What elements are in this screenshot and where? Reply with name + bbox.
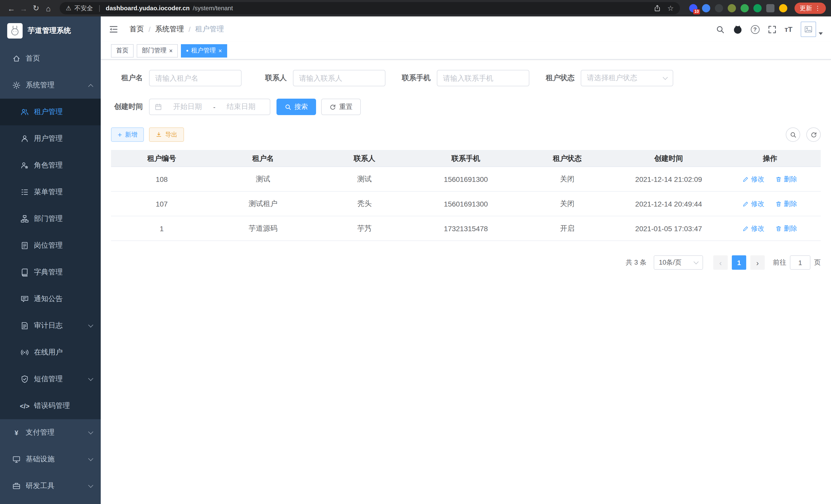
tab-department-management[interactable]: 部门管理 × <box>137 44 178 57</box>
fullscreen-icon[interactable] <box>768 25 776 34</box>
user-menu[interactable] <box>801 22 823 37</box>
close-icon[interactable]: × <box>169 48 173 54</box>
browser-home-icon[interactable]: ⌂ <box>42 4 55 12</box>
sidebar-item-label: 系统管理 <box>26 81 55 90</box>
screen: ← → ↻ ⌂ ⚠ 不安全 dashboard.yudao.iocoder.cn… <box>0 0 831 504</box>
select-placeholder: 请选择租户状态 <box>587 73 637 83</box>
address-bar[interactable]: ⚠ 不安全 dashboard.yudao.iocoder.cn /system… <box>60 2 680 14</box>
sidebar-item-post-management[interactable]: 岗位管理 <box>0 232 101 259</box>
tab-label: 首页 <box>116 46 128 55</box>
sidebar-item-sms-management[interactable]: 短信管理 <box>0 366 101 392</box>
url-domain: dashboard.yudao.iocoder.cn <box>106 5 190 12</box>
browser-update-button[interactable]: 更新 ⋮ <box>795 3 826 14</box>
add-button[interactable]: + 新增 <box>111 127 144 142</box>
sidebar-item-label: 菜单管理 <box>34 187 63 197</box>
sidebar-item-payment-management[interactable]: ¥ 支付管理 <box>0 419 101 446</box>
menu-list-icon <box>21 188 29 196</box>
refresh-button[interactable] <box>806 127 821 142</box>
sidebar-item-tenant-management[interactable]: 租户管理 <box>0 99 101 125</box>
chevron-down-icon <box>88 322 93 328</box>
prev-page-button[interactable]: ‹ <box>713 255 728 270</box>
cell-contact: 测试 <box>314 167 415 191</box>
start-date-placeholder: 开始日期 <box>164 102 211 112</box>
delete-link[interactable]: 删除 <box>776 174 797 184</box>
book-icon <box>21 268 29 276</box>
share-icon[interactable] <box>654 5 661 12</box>
close-icon[interactable]: × <box>219 48 222 54</box>
delete-link[interactable]: 删除 <box>776 224 797 233</box>
col-tenant-name: 租户名 <box>212 150 314 167</box>
puzzle-extension-icon[interactable] <box>766 4 774 12</box>
extension-icon-6[interactable] <box>753 4 762 12</box>
breadcrumb-home[interactable]: 首页 <box>130 25 144 34</box>
sidebar-item-dev-tools[interactable]: 研发工具 <box>0 473 101 499</box>
goto-page-input[interactable] <box>790 255 810 270</box>
sidebar-item-system-management[interactable]: 系统管理 <box>0 72 101 99</box>
forward-icon[interactable]: → <box>18 4 30 12</box>
edit-link[interactable]: 修改 <box>743 174 765 184</box>
edit-link[interactable]: 修改 <box>743 224 765 233</box>
github-icon[interactable] <box>733 24 742 34</box>
extension-icon-4[interactable] <box>728 4 736 12</box>
sidebar-item-role-management[interactable]: 角色管理 <box>0 152 101 179</box>
sidebar-item-department-management[interactable]: 部门管理 <box>0 206 101 232</box>
sidebar-item-dict-management[interactable]: 字典管理 <box>0 259 101 286</box>
extension-icon-5[interactable] <box>741 4 749 12</box>
gear-icon <box>12 81 21 89</box>
tab-home[interactable]: 首页 <box>111 44 134 57</box>
search-button[interactable]: 搜索 <box>277 99 316 115</box>
bookmark-star-icon[interactable]: ☆ <box>667 4 674 12</box>
next-page-button[interactable]: › <box>750 255 765 270</box>
plus-icon: + <box>118 131 122 138</box>
col-actions: 操作 <box>719 150 821 167</box>
phone-input[interactable] <box>437 70 529 86</box>
field-label: 创建时间 <box>111 102 143 112</box>
sidebar-item-error-code-management[interactable]: </> 错误码管理 <box>0 392 101 419</box>
sidebar-item-menu-management[interactable]: 菜单管理 <box>0 179 101 206</box>
extension-icon-2[interactable] <box>702 4 710 12</box>
sidebar-item-label: 基础设施 <box>26 455 55 464</box>
breadcrumb-separator: / <box>189 25 191 33</box>
font-size-icon[interactable]: тT <box>784 25 793 33</box>
cell-contact: 秃头 <box>314 191 415 216</box>
filter-create-time: 创建时间 开始日期 - 结束日期 <box>111 99 270 115</box>
status-select[interactable]: 请选择租户状态 <box>581 70 673 86</box>
security-label[interactable]: 不安全 <box>75 4 93 12</box>
document-icon <box>21 322 29 330</box>
back-icon[interactable]: ← <box>5 4 18 12</box>
button-label: 搜索 <box>294 102 308 112</box>
sidebar-item-infrastructure[interactable]: 基础设施 <box>0 446 101 473</box>
extension-icon-3[interactable] <box>715 4 723 12</box>
app-logo[interactable]: 芋道管理系统 <box>0 17 101 45</box>
reset-button[interactable]: 重置 <box>321 99 361 115</box>
tenant-name-input[interactable] <box>149 70 241 86</box>
cell-phone: 15601691300 <box>415 167 517 191</box>
reload-icon[interactable]: ↻ <box>30 4 42 13</box>
extension-icon-8[interactable] <box>779 4 787 12</box>
chevron-down-icon <box>88 429 93 435</box>
extension-icon-1[interactable]: 10 <box>689 4 697 12</box>
sidebar-item-audit-log[interactable]: 审计日志 <box>0 313 101 339</box>
cell-tenant-id: 108 <box>111 167 212 191</box>
sidebar-item-online-users[interactable]: 在线用户 <box>0 339 101 366</box>
page-1-button[interactable]: 1 <box>732 255 746 270</box>
breadcrumb-system[interactable]: 系统管理 <box>155 25 184 34</box>
chevron-down-icon <box>88 483 93 488</box>
contact-input[interactable] <box>293 70 385 86</box>
search-icon[interactable] <box>716 25 724 34</box>
code-icon: </> <box>21 402 29 410</box>
sidebar-item-home[interactable]: 首页 <box>0 45 101 72</box>
page-size-select[interactable]: 10条/页 <box>654 255 703 270</box>
cell-created: 2021-12-14 21:02:09 <box>618 167 719 191</box>
tab-tenant-management[interactable]: ● 租户管理 × <box>181 44 227 57</box>
extension-badge: 10 <box>693 9 700 14</box>
toggle-search-button[interactable] <box>786 127 800 142</box>
help-icon[interactable]: ? <box>751 25 759 34</box>
sidebar-item-user-management[interactable]: 用户管理 <box>0 125 101 152</box>
sidebar-item-notice[interactable]: 通知公告 <box>0 286 101 313</box>
date-range-picker[interactable]: 开始日期 - 结束日期 <box>149 99 270 115</box>
delete-link[interactable]: 删除 <box>776 199 797 208</box>
export-button[interactable]: 导出 <box>149 127 184 142</box>
edit-link[interactable]: 修改 <box>743 199 765 208</box>
collapse-sidebar-icon[interactable] <box>109 25 118 34</box>
